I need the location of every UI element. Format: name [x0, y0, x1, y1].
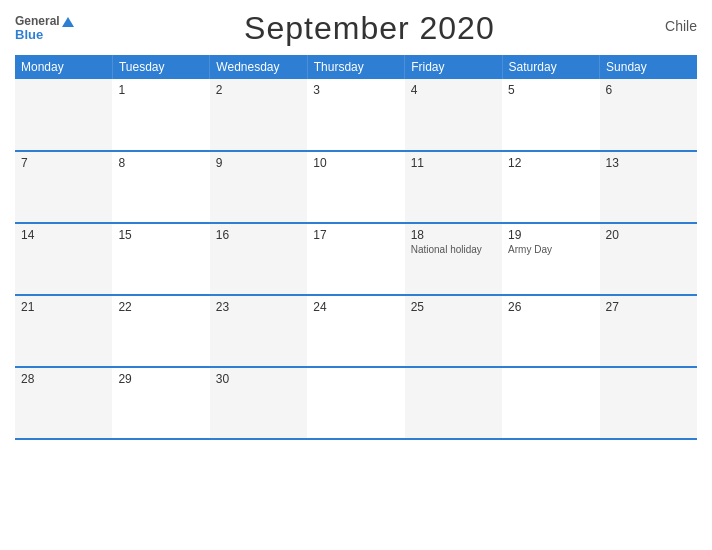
header-thursday: Thursday: [307, 55, 404, 79]
calendar-cell: 30: [210, 367, 307, 439]
calendar-cell: 17: [307, 223, 404, 295]
day-number: 13: [606, 156, 691, 170]
day-number: 5: [508, 83, 593, 97]
event-label: National holiday: [411, 244, 496, 255]
header-saturday: Saturday: [502, 55, 599, 79]
calendar-cell: 1: [112, 79, 209, 151]
calendar-cell: 19Army Day: [502, 223, 599, 295]
day-number: 21: [21, 300, 106, 314]
calendar-cell: 16: [210, 223, 307, 295]
calendar-cell: 2: [210, 79, 307, 151]
day-number: 7: [21, 156, 106, 170]
calendar-country: Chile: [665, 18, 697, 34]
logo-general: General: [15, 15, 74, 28]
day-number: 17: [313, 228, 398, 242]
header-sunday: Sunday: [600, 55, 697, 79]
calendar-week-row: 282930: [15, 367, 697, 439]
calendar-cell: 5: [502, 79, 599, 151]
calendar-cell: [405, 367, 502, 439]
day-number: 24: [313, 300, 398, 314]
calendar-cell: 25: [405, 295, 502, 367]
day-number: 28: [21, 372, 106, 386]
calendar-title: September 2020: [244, 10, 495, 47]
calendar-cell: 29: [112, 367, 209, 439]
day-number: 18: [411, 228, 496, 242]
calendar-table: Monday Tuesday Wednesday Thursday Friday…: [15, 55, 697, 440]
calendar-cell: 4: [405, 79, 502, 151]
calendar-cell: 26: [502, 295, 599, 367]
calendar-cell: 3: [307, 79, 404, 151]
day-number: 20: [606, 228, 691, 242]
day-number: 30: [216, 372, 301, 386]
calendar-header: General Blue September 2020 Chile: [15, 10, 697, 47]
calendar-cell: 23: [210, 295, 307, 367]
calendar-cell: 24: [307, 295, 404, 367]
day-number: 26: [508, 300, 593, 314]
day-number: 29: [118, 372, 203, 386]
calendar-cell: 10: [307, 151, 404, 223]
calendar-cell: 18National holiday: [405, 223, 502, 295]
day-number: 14: [21, 228, 106, 242]
header-tuesday: Tuesday: [112, 55, 209, 79]
calendar-cell: 21: [15, 295, 112, 367]
header-wednesday: Wednesday: [210, 55, 307, 79]
calendar-cell: 15: [112, 223, 209, 295]
day-number: 16: [216, 228, 301, 242]
calendar-cell: 28: [15, 367, 112, 439]
calendar-cell: 6: [600, 79, 697, 151]
header-friday: Friday: [405, 55, 502, 79]
calendar-cell: 20: [600, 223, 697, 295]
calendar-week-row: 21222324252627: [15, 295, 697, 367]
calendar-cell: 7: [15, 151, 112, 223]
calendar-cell: [307, 367, 404, 439]
day-number: 3: [313, 83, 398, 97]
calendar-cell: 12: [502, 151, 599, 223]
event-label: Army Day: [508, 244, 593, 255]
calendar-container: General Blue September 2020 Chile Monday…: [0, 0, 712, 550]
day-number: 15: [118, 228, 203, 242]
calendar-cell: 14: [15, 223, 112, 295]
day-number: 22: [118, 300, 203, 314]
day-number: 1: [118, 83, 203, 97]
day-number: 10: [313, 156, 398, 170]
calendar-cell: [600, 367, 697, 439]
weekday-header-row: Monday Tuesday Wednesday Thursday Friday…: [15, 55, 697, 79]
logo: General Blue: [15, 15, 74, 42]
day-number: 9: [216, 156, 301, 170]
day-number: 4: [411, 83, 496, 97]
calendar-cell: [15, 79, 112, 151]
calendar-cell: 11: [405, 151, 502, 223]
day-number: 11: [411, 156, 496, 170]
day-number: 2: [216, 83, 301, 97]
day-number: 8: [118, 156, 203, 170]
logo-blue: Blue: [15, 28, 74, 42]
calendar-week-row: 78910111213: [15, 151, 697, 223]
calendar-week-row: 1415161718National holiday19Army Day20: [15, 223, 697, 295]
calendar-cell: [502, 367, 599, 439]
calendar-cell: 9: [210, 151, 307, 223]
calendar-cell: 27: [600, 295, 697, 367]
calendar-cell: 8: [112, 151, 209, 223]
day-number: 12: [508, 156, 593, 170]
calendar-cell: 22: [112, 295, 209, 367]
day-number: 27: [606, 300, 691, 314]
calendar-week-row: 123456: [15, 79, 697, 151]
day-number: 6: [606, 83, 691, 97]
day-number: 19: [508, 228, 593, 242]
header-monday: Monday: [15, 55, 112, 79]
day-number: 25: [411, 300, 496, 314]
day-number: 23: [216, 300, 301, 314]
calendar-cell: 13: [600, 151, 697, 223]
